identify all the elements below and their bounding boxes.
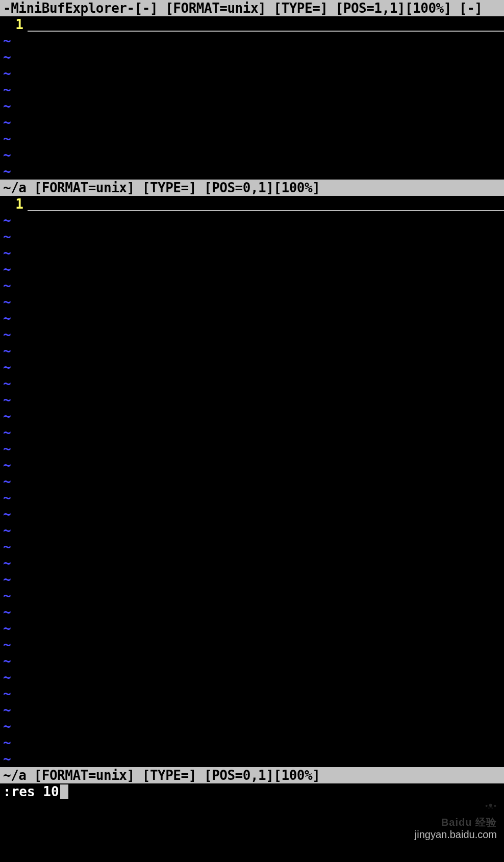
tilde-marker: ~ <box>0 522 28 539</box>
paw-icon: •ᴥ• <box>485 802 497 810</box>
command-text: :res 10 <box>3 783 59 800</box>
tilde-marker: ~ <box>0 375 28 392</box>
split-pane-top[interactable]: 1~~~~~~~~~ <box>0 16 504 180</box>
tilde-marker: ~ <box>0 424 28 441</box>
tilde-marker: ~ <box>0 114 28 131</box>
tilde-marker: ~ <box>0 359 28 375</box>
tilde-marker: ~ <box>0 212 28 229</box>
tilde-marker: ~ <box>0 686 28 702</box>
tilde-marker: ~ <box>0 620 28 637</box>
tilde-marker: ~ <box>0 734 28 751</box>
tilde-marker: ~ <box>0 751 28 767</box>
line-number: 1 <box>0 16 28 33</box>
tilde-marker: ~ <box>0 343 28 359</box>
tilde-marker: ~ <box>0 33 28 49</box>
statusbar-mid: ~/a [FORMAT=unix] [TYPE=] [POS=0,1][100%… <box>0 180 504 196</box>
tilde-marker: ~ <box>0 49 28 65</box>
tilde-marker: ~ <box>0 229 28 245</box>
tilde-marker: ~ <box>0 310 28 326</box>
tilde-marker: ~ <box>0 65 28 82</box>
watermark-logo: •ᴥ• Baidu 经验 <box>441 797 497 830</box>
tilde-marker: ~ <box>0 604 28 620</box>
tilde-marker: ~ <box>0 588 28 604</box>
watermark-url: jingyan.baidu.com <box>415 826 497 843</box>
tilde-marker: ~ <box>0 539 28 555</box>
command-line[interactable]: :res 10 <box>0 783 504 800</box>
tilde-marker: ~ <box>0 408 28 424</box>
tilde-marker: ~ <box>0 82 28 98</box>
tilde-marker: ~ <box>0 98 28 114</box>
tilde-marker: ~ <box>0 294 28 310</box>
line-number: 1 <box>0 196 28 212</box>
tilde-marker: ~ <box>0 441 28 457</box>
tilde-marker: ~ <box>0 506 28 522</box>
tilde-marker: ~ <box>0 326 28 343</box>
statusbar-top: -MiniBufExplorer-[-] [FORMAT=unix] [TYPE… <box>0 0 504 16</box>
tilde-marker: ~ <box>0 669 28 686</box>
tilde-marker: ~ <box>0 473 28 490</box>
tilde-marker: ~ <box>0 702 28 718</box>
tilde-marker: ~ <box>0 392 28 408</box>
tilde-marker: ~ <box>0 637 28 653</box>
tilde-marker: ~ <box>0 555 28 571</box>
tilde-marker: ~ <box>0 457 28 473</box>
cursor-line[interactable] <box>28 16 504 32</box>
cursor-line[interactable] <box>28 196 504 211</box>
tilde-marker: ~ <box>0 147 28 163</box>
tilde-marker: ~ <box>0 571 28 588</box>
tilde-marker: ~ <box>0 131 28 147</box>
tilde-marker: ~ <box>0 245 28 261</box>
tilde-marker: ~ <box>0 277 28 294</box>
tilde-marker: ~ <box>0 261 28 277</box>
split-pane-bottom[interactable]: 1~~~~~~~~~~~~~~~~~~~~~~~~~~~~~~~~~~ <box>0 196 504 767</box>
tilde-marker: ~ <box>0 163 28 180</box>
tilde-marker: ~ <box>0 490 28 506</box>
cursor-block <box>60 784 68 799</box>
tilde-marker: ~ <box>0 718 28 734</box>
tilde-marker: ~ <box>0 653 28 669</box>
statusbar-bottom: ~/a [FORMAT=unix] [TYPE=] [POS=0,1][100%… <box>0 767 504 783</box>
